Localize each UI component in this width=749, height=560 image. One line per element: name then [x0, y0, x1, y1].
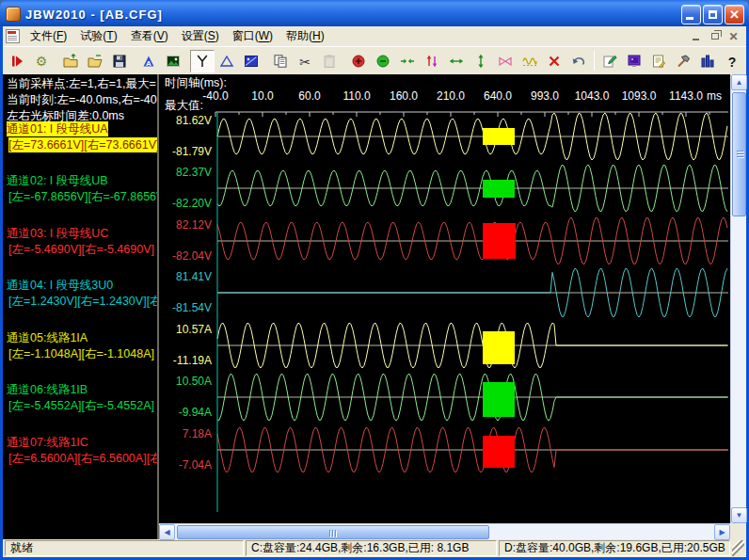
image-view-green-button[interactable] [161, 50, 185, 72]
minimize-button[interactable] [681, 5, 701, 24]
channel-04-max-label: 81.41V [176, 270, 212, 283]
menu-item-setup[interactable]: 设置(S) [175, 25, 226, 47]
tools-button[interactable] [671, 50, 695, 72]
channel-03-values[interactable]: [左=-5.4690V][右=-5.4690V] [8, 242, 154, 257]
vertical-scroll-thumb[interactable] [732, 92, 746, 216]
channel-01-label[interactable]: 通道01: I 段母线UA [7, 121, 108, 136]
histogram-view-button[interactable] [695, 50, 720, 72]
channel-06-values[interactable]: [左=-5.4552A][右=-5.4552A] [8, 398, 154, 413]
channel-02-label[interactable]: 通道02: I 段母线UB [7, 173, 108, 188]
mdi-close-icon: ✕ [728, 31, 738, 42]
cursor-info-line-2: 当前时刻:左=-40.0ms,右=-40 [7, 92, 157, 108]
channel-07-label[interactable]: 通道07:线路1IC [7, 435, 88, 450]
open-import-button[interactable] [58, 50, 83, 72]
expand-horizontal-button[interactable] [444, 50, 469, 72]
channel-05-min-label: -11.19A [173, 354, 212, 367]
monitor-view-button[interactable] [622, 50, 646, 72]
resize-grip[interactable] [732, 540, 744, 556]
menu-item-help[interactable]: 帮助(H) [279, 25, 331, 47]
channel-06-label[interactable]: 通道06:线路1IB [7, 382, 88, 397]
paste-button [317, 50, 342, 72]
open-file-button[interactable] [83, 50, 107, 72]
expand-vertical-button[interactable] [469, 50, 493, 72]
wave-smooth-icon [522, 54, 537, 69]
channel-07-max-label: 7.18A [183, 427, 212, 440]
tools-icon [676, 54, 691, 69]
paste-icon [322, 54, 337, 69]
mdi-controls: ✕ [689, 30, 741, 42]
channel-01-min-label: -81.79V [172, 145, 212, 158]
waveform-plot-area[interactable]: 时间轴(ms):最大值:-40.010.060.0110.0160.0210.0… [159, 74, 730, 523]
run-button[interactable] [5, 50, 29, 72]
channel-03-label[interactable]: 通道03: I 段母线UC [7, 226, 108, 241]
triangle-view-button[interactable] [215, 50, 239, 72]
report-doc-button[interactable] [646, 50, 671, 72]
scroll-up-button[interactable]: ▲ [731, 74, 747, 90]
time-tick-label: 10.0 [251, 89, 274, 103]
waveform-svg[interactable]: 时间轴(ms):最大值:-40.010.060.0110.0160.0210.0… [159, 74, 730, 523]
time-unit-label: ms [707, 89, 722, 103]
channel-02-fault-marker [483, 180, 515, 198]
titlebar[interactable]: JBW2010 - [AB.CFG] ✕ [0, 0, 749, 26]
scroll-down-button[interactable]: ▼ [731, 507, 747, 523]
horizontal-scroll-thumb[interactable] [177, 525, 489, 539]
undo-button[interactable] [566, 50, 591, 72]
document-icon[interactable] [6, 29, 20, 43]
channel-04-values[interactable]: [左=1.2430V][右=1.2430V][右 [8, 294, 159, 309]
split-vertical-button[interactable] [420, 50, 444, 72]
zoom-text-icon: A [141, 54, 156, 69]
channel-05-values[interactable]: [左=-1.1048A][右=-1.1048A] [8, 346, 154, 361]
save-button[interactable] [107, 50, 132, 72]
copy-icon [273, 54, 288, 69]
add-channel-icon [351, 54, 366, 69]
scroll-left-button[interactable]: ◀ [159, 524, 175, 540]
time-tick-label: 640.0 [484, 89, 512, 103]
vertical-scrollbar[interactable]: ▲ ▼ [730, 74, 746, 523]
close-button[interactable]: ✕ [725, 5, 744, 24]
delete-button[interactable] [542, 50, 566, 72]
compress-horizontal-button[interactable] [395, 50, 420, 72]
help-icon: ? [725, 54, 740, 69]
zoom-text-button[interactable]: A [136, 50, 161, 72]
status-ready: 就绪 [5, 540, 244, 556]
channel-05-max-label: 10.57A [176, 323, 212, 336]
channel-05-label[interactable]: 通道05:线路1IA [7, 330, 88, 345]
window-body: 文件(F)试验(T)查看(V)设置(S)窗口(W)帮助(H) ✕ ⚙A✂? 当前… [3, 26, 746, 557]
channel-01-values[interactable]: [左=73.6661V][右=73.6661V] [8, 137, 159, 152]
expand-vertical-icon [473, 54, 488, 69]
split-vertical-icon [424, 54, 439, 69]
cursor-info-line-1: 当前采样点:左=1,右=1,最大= [7, 76, 156, 92]
waveform-y-button[interactable] [190, 50, 215, 72]
minimize-icon [686, 17, 693, 20]
add-channel-button[interactable] [346, 50, 371, 72]
copy-button[interactable] [268, 50, 293, 72]
mdi-close-button[interactable]: ✕ [726, 30, 741, 42]
overlap-view-button[interactable] [493, 50, 518, 72]
horizontal-scrollbar[interactable]: ◀ ▶ [159, 523, 730, 539]
mdi-restore-button[interactable] [708, 30, 722, 42]
menu-item-view[interactable]: 查看(V) [124, 25, 175, 47]
channel-06-fault-marker [483, 382, 515, 417]
close-icon: ✕ [729, 8, 740, 21]
scroll-right-button[interactable]: ▶ [714, 524, 730, 540]
time-tick-label: 160.0 [390, 89, 418, 103]
menu-item-test[interactable]: 试验(T) [73, 25, 123, 47]
menu-item-window[interactable]: 窗口(W) [226, 25, 279, 47]
image-view-blue-button[interactable] [239, 50, 263, 72]
channel-02-values[interactable]: [左=-67.8656V][右=-67.8656V] [8, 189, 159, 204]
channel-03-min-label: -82.04V [172, 249, 212, 263]
remove-channel-icon [375, 54, 390, 69]
mdi-minimize-button[interactable] [689, 30, 703, 42]
wave-smooth-button[interactable] [518, 50, 542, 72]
edit-report-button[interactable] [598, 50, 622, 72]
settings-gears-button[interactable]: ⚙ [29, 50, 54, 72]
channel-04-label[interactable]: 通道04: I 段母线3U0 [7, 278, 113, 293]
menu-item-file[interactable]: 文件(F) [24, 25, 73, 47]
channel-07-values[interactable]: [左=6.5600A][右=6.5600A][右 [8, 451, 159, 466]
cut-button[interactable]: ✂ [293, 50, 317, 72]
remove-channel-button[interactable] [371, 50, 395, 72]
time-tick-label: 1143.0 [669, 89, 703, 103]
settings-gears-icon: ⚙ [34, 54, 49, 69]
maximize-button[interactable] [703, 5, 723, 24]
help-button[interactable]: ? [720, 50, 744, 72]
